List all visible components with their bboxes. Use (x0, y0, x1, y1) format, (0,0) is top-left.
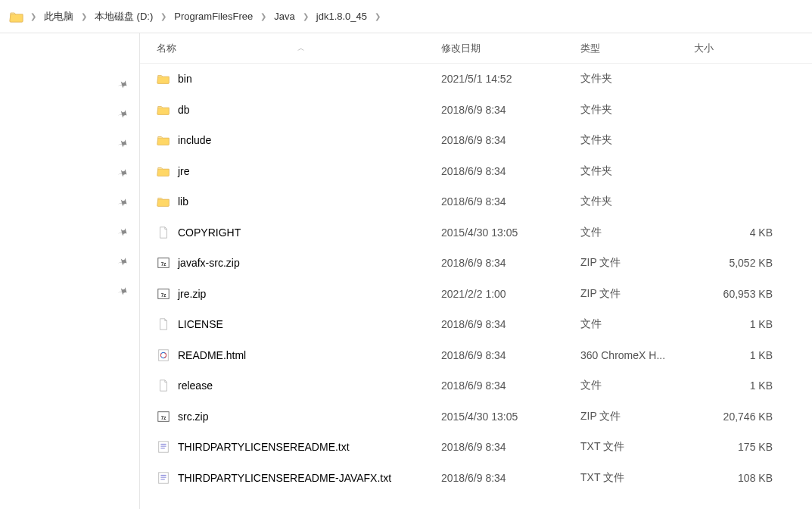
file-row[interactable]: COPYRIGHT2015/4/30 13:05文件4 KB (140, 217, 812, 248)
breadcrumb-item-java[interactable]: Java (272, 9, 296, 23)
file-row[interactable]: db2018/6/9 8:34文件夹 (140, 95, 812, 126)
pin-icon[interactable] (114, 284, 130, 301)
sort-indicator-icon: ︿ (297, 43, 305, 54)
cell-type: 文件 (580, 317, 694, 331)
file-row[interactable]: release2018/6/9 8:34文件1 KB (140, 370, 812, 401)
svg-rect-4 (159, 350, 169, 361)
cell-date: 2018/6/9 8:34 (441, 379, 580, 392)
file-row[interactable]: THIRDPARTYLICENSEREADME-JAVAFX.txt2018/6… (140, 463, 812, 494)
file-name: THIRDPARTYLICENSEREADME.txt (178, 441, 350, 453)
cell-name: lib (157, 195, 441, 208)
cell-name: release (157, 379, 441, 392)
cell-name: bin (157, 72, 441, 86)
cell-type: ZIP 文件 (580, 256, 694, 270)
cell-date: 2015/4/30 13:05 (441, 226, 580, 239)
cell-date: 2018/6/9 8:34 (441, 165, 580, 177)
cell-type: 文件夹 (580, 72, 694, 86)
cell-date: 2018/6/9 8:34 (441, 134, 580, 146)
column-header-date[interactable]: 修改日期 (441, 42, 580, 55)
breadcrumb-item-drive[interactable]: 本地磁盘 (D:) (93, 8, 154, 25)
cell-type: 文件夹 (580, 195, 694, 208)
breadcrumb-item-jdk[interactable]: jdk1.8.0_45 (315, 9, 369, 23)
chevron-right-icon: ❯ (259, 12, 268, 20)
cell-name: COPYRIGHT (157, 226, 441, 239)
pin-icon[interactable] (114, 77, 130, 94)
txt-icon (157, 471, 170, 485)
cell-name: db (157, 103, 441, 117)
file-name: COPYRIGHT (178, 226, 241, 239)
cell-date: 2018/6/9 8:34 (441, 441, 580, 453)
file-name: LICENSE (178, 318, 223, 330)
cell-date: 2021/5/1 14:52 (441, 73, 580, 85)
file-name: javafx-src.zip (178, 257, 240, 269)
cell-size: 4 KB (694, 226, 777, 239)
file-row[interactable]: 7zsrc.zip2015/4/30 13:05ZIP 文件20,746 KB (140, 401, 812, 432)
chevron-right-icon: ❯ (373, 12, 382, 20)
zip-icon: 7z (157, 287, 170, 301)
file-name: THIRDPARTYLICENSEREADME-JAVAFX.txt (178, 472, 391, 484)
file-row[interactable]: 7zjre.zip2021/2/2 1:00ZIP 文件60,953 KB (140, 279, 812, 310)
cell-date: 2015/4/30 13:05 (441, 411, 580, 423)
column-header-size[interactable]: 大小 (694, 42, 777, 55)
file-icon (157, 317, 170, 331)
cell-date: 2018/6/9 8:34 (441, 195, 580, 208)
cell-name: 7zjre.zip (157, 287, 441, 301)
breadcrumb[interactable]: ❯ 此电脑 ❯ 本地磁盘 (D:) ❯ ProgramFilesFree ❯ J… (0, 0, 812, 33)
file-row[interactable]: README.html2018/6/9 8:34360 ChromeX H...… (140, 340, 812, 371)
file-pane: 名称 ︿ 修改日期 类型 大小 bin2021/5/1 14:52文件夹db20… (140, 33, 812, 509)
cell-type: 360 ChromeX H... (580, 349, 694, 361)
folder-icon (9, 9, 24, 24)
cell-date: 2018/6/9 8:34 (441, 472, 580, 484)
chevron-right-icon: ❯ (29, 12, 38, 20)
chevron-right-icon: ❯ (301, 12, 310, 20)
cell-type: TXT 文件 (580, 471, 694, 485)
file-name: README.html (178, 349, 246, 361)
pin-icon[interactable] (114, 254, 130, 271)
file-icon (157, 379, 170, 392)
cell-size: 1 KB (694, 349, 777, 361)
file-name: include (178, 134, 211, 146)
pin-icon[interactable] (114, 166, 130, 183)
file-icon (157, 226, 170, 239)
html-icon (157, 348, 170, 362)
pin-icon[interactable] (114, 107, 130, 123)
cell-size: 1 KB (694, 379, 777, 392)
cell-date: 2018/6/9 8:34 (441, 349, 580, 361)
chevron-right-icon: ❯ (79, 12, 89, 20)
folder-icon (157, 164, 170, 178)
file-row[interactable]: lib2018/6/9 8:34文件夹 (140, 186, 812, 217)
breadcrumb-item-pc[interactable]: 此电脑 (42, 8, 75, 25)
file-row[interactable]: bin2021/5/1 14:52文件夹 (140, 64, 812, 95)
pin-icon[interactable] (114, 225, 130, 242)
column-header-name[interactable]: 名称 ︿ (157, 42, 441, 55)
zip-icon: 7z (157, 410, 170, 423)
cell-name: 7zsrc.zip (157, 410, 441, 423)
cell-date: 2018/6/9 8:34 (441, 104, 580, 116)
zip-icon: 7z (157, 256, 170, 270)
pin-icon[interactable] (114, 195, 130, 212)
cell-type: ZIP 文件 (580, 410, 694, 423)
file-name: lib (178, 195, 188, 208)
cell-type: 文件夹 (580, 133, 694, 147)
txt-icon (157, 440, 170, 454)
file-name: jre.zip (178, 288, 206, 300)
file-row[interactable]: 7zjavafx-src.zip2018/6/9 8:34ZIP 文件5,052… (140, 248, 812, 279)
file-row[interactable]: THIRDPARTYLICENSEREADME.txt2018/6/9 8:34… (140, 432, 812, 463)
folder-icon (157, 133, 170, 147)
pin-icon[interactable] (114, 136, 130, 153)
cell-size: 60,953 KB (694, 288, 777, 300)
svg-text:7z: 7z (161, 292, 166, 297)
cell-size: 108 KB (694, 472, 777, 484)
cell-type: 文件夹 (580, 103, 694, 117)
cell-type: 文件 (580, 226, 694, 239)
cell-size: 20,746 KB (694, 411, 777, 423)
column-header-type[interactable]: 类型 (580, 42, 694, 55)
cell-name: include (157, 133, 441, 147)
file-row[interactable]: jre2018/6/9 8:34文件夹 (140, 156, 812, 187)
breadcrumb-item-programfilesfree[interactable]: ProgramFilesFree (173, 9, 254, 23)
cell-date: 2021/2/2 1:00 (441, 288, 580, 300)
cell-name: THIRDPARTYLICENSEREADME.txt (157, 440, 441, 454)
file-row[interactable]: include2018/6/9 8:34文件夹 (140, 125, 812, 156)
file-row[interactable]: LICENSE2018/6/9 8:34文件1 KB (140, 309, 812, 340)
cell-name: 7zjavafx-src.zip (157, 256, 441, 270)
